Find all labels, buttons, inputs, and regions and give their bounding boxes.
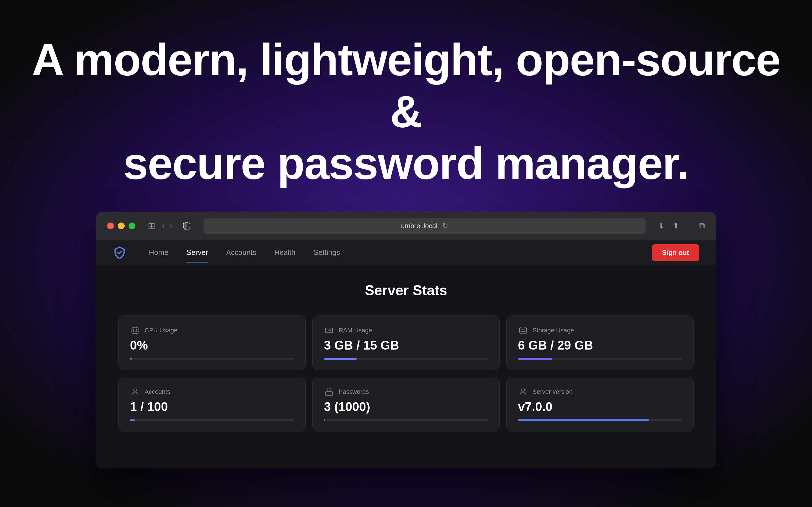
passwords-bar-track: [324, 419, 488, 421]
browser-actions: ⬇ ⬆ + ⧉: [658, 221, 705, 230]
ram-bar-fill: [324, 358, 357, 360]
sign-out-button[interactable]: Sign out: [652, 244, 699, 261]
hero-headline: A modern, lightweight, open-source & sec…: [28, 34, 784, 189]
cpu-value: 0%: [130, 338, 294, 352]
browser-chrome: ⊞ ‹ › umbrel.local ↻ ⬇ ⬆ + ⧉: [96, 212, 716, 240]
forward-arrow-icon[interactable]: ›: [170, 221, 173, 231]
storage-label: Storage Usage: [532, 327, 574, 334]
svg-point-3: [134, 389, 137, 392]
passwords-stat-header: Passwords: [324, 387, 488, 396]
version-bar-fill: [518, 419, 649, 421]
accounts-stat-header: Accounts: [130, 387, 294, 396]
nav-bar: Home Server Accounts Health Settings Sig…: [96, 240, 716, 265]
url-text: umbrel.local: [401, 222, 437, 230]
cpu-label: CPU Usage: [145, 327, 177, 334]
cpu-bar-track: [130, 358, 294, 360]
minimize-button[interactable]: [118, 223, 124, 229]
tabs-icon[interactable]: ⧉: [699, 221, 705, 230]
svg-rect-4: [326, 392, 333, 396]
ram-value: 3 GB / 15 GB: [324, 338, 488, 352]
accounts-icon: [130, 387, 140, 396]
accounts-bar-fill: [130, 419, 135, 421]
ram-stat-header: RAM Usage: [324, 326, 488, 335]
cpu-stat-card: CPU Usage 0%: [118, 316, 306, 370]
close-button[interactable]: [107, 223, 114, 229]
accounts-label: Accounts: [145, 388, 170, 395]
ram-label: RAM Usage: [339, 327, 372, 334]
version-stat-header: Server version: [518, 387, 682, 396]
accounts-bar-track: [130, 419, 294, 421]
back-arrow-icon[interactable]: ‹: [162, 221, 165, 231]
storage-icon: [518, 326, 528, 335]
ram-bar-track: [324, 358, 488, 360]
sidebar-toggle-icon[interactable]: ⊞: [148, 221, 155, 231]
new-tab-icon[interactable]: +: [687, 221, 691, 230]
page-title: Server Stats: [118, 282, 694, 298]
cpu-stat-header: CPU Usage: [130, 326, 294, 335]
nav-home[interactable]: Home: [140, 242, 177, 263]
version-label: Server version: [532, 388, 573, 395]
passwords-stat-card: Passwords 3 (1000): [312, 377, 500, 432]
nav-settings[interactable]: Settings: [305, 242, 349, 263]
storage-bar-track: [518, 358, 682, 360]
ram-stat-card: RAM Usage 3 GB / 15 GB: [312, 316, 500, 370]
address-bar[interactable]: umbrel.local ↻: [204, 218, 645, 234]
cpu-bar-fill: [130, 358, 132, 360]
nav-accounts[interactable]: Accounts: [217, 242, 265, 263]
svg-rect-0: [132, 327, 138, 333]
download-icon[interactable]: ⬇: [658, 221, 665, 230]
storage-value: 6 GB / 29 GB: [518, 338, 682, 352]
storage-stat-card: Storage Usage 6 GB / 29 GB: [506, 316, 694, 370]
browser-window: ⊞ ‹ › umbrel.local ↻ ⬇ ⬆ + ⧉: [96, 212, 716, 468]
passwords-bar-fill: [324, 419, 325, 421]
passwords-icon: [324, 387, 334, 396]
nav-server[interactable]: Server: [177, 242, 217, 263]
svg-point-2: [520, 327, 526, 329]
share-icon[interactable]: ⬆: [672, 221, 679, 230]
traffic-lights: [107, 223, 135, 229]
shield-icon: [182, 221, 191, 230]
passwords-label: Passwords: [339, 388, 369, 395]
app-logo: [113, 246, 126, 260]
stats-grid: CPU Usage 0%: [118, 316, 694, 432]
nav-links: Home Server Accounts Health Settings: [140, 242, 349, 263]
nav-arrows: ‹ ›: [162, 221, 172, 231]
app-content: Home Server Accounts Health Settings Sig…: [96, 240, 716, 468]
version-bar-track: [518, 419, 682, 421]
storage-bar-fill: [518, 358, 552, 360]
version-icon: [518, 387, 528, 396]
svg-rect-1: [134, 329, 137, 332]
accounts-value: 1 / 100: [130, 400, 294, 414]
ram-icon: [324, 326, 334, 335]
passwords-value: 3 (1000): [324, 400, 488, 414]
accounts-stat-card: Accounts 1 / 100: [118, 377, 306, 432]
main-content: Server Stats CPU Usage: [96, 265, 716, 468]
refresh-icon[interactable]: ↻: [442, 221, 448, 230]
hero-section: A modern, lightweight, open-source & sec…: [0, 34, 812, 189]
cpu-icon: [130, 326, 140, 335]
version-value: v7.0.0: [518, 400, 682, 414]
nav-health[interactable]: Health: [265, 242, 305, 263]
storage-stat-header: Storage Usage: [518, 326, 682, 335]
version-stat-card: Server version v7.0.0: [506, 377, 694, 432]
maximize-button[interactable]: [129, 223, 135, 229]
